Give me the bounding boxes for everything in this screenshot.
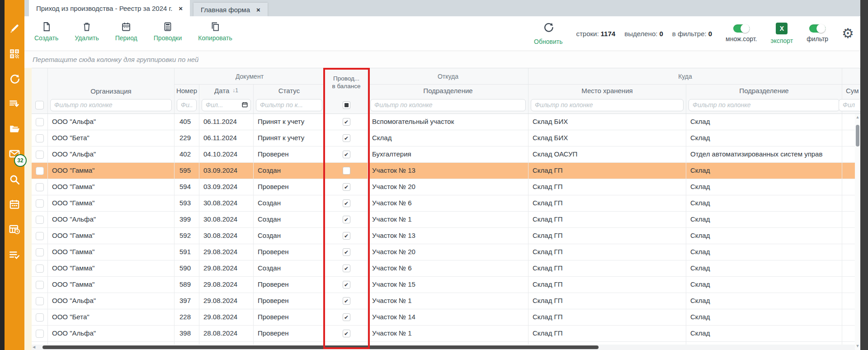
filter-input-date[interactable]: [202, 99, 251, 111]
balance-checkbox[interactable]: ✔: [343, 281, 350, 289]
period-button[interactable]: Период: [115, 16, 137, 51]
column-header-date[interactable]: Дата ↓1: [199, 85, 254, 96]
vertical-scroll-thumb[interactable]: [856, 125, 859, 147]
scroll-down-icon[interactable]: ▼: [855, 344, 860, 348]
column-header-org[interactable]: Организация: [48, 68, 175, 96]
tab-registry[interactable]: Приход из производства - Реестр за 2024 …: [29, 0, 190, 16]
column-header-to-dept[interactable]: Подразделение: [686, 85, 842, 96]
multisort-toggle[interactable]: множ.сорт.: [726, 24, 757, 43]
table-row[interactable]: ООО "Гамма" 592 30.08.2024 Создан ✔ Учас…: [32, 228, 860, 244]
close-icon[interactable]: ×: [179, 5, 183, 12]
filter-input-storage[interactable]: [531, 99, 684, 111]
mail-icon[interactable]: 32: [5, 147, 24, 161]
balance-checkbox[interactable]: ✔: [343, 330, 350, 337]
filter-input-number[interactable]: [177, 99, 197, 111]
column-header-from-dept[interactable]: Подразделение: [368, 85, 528, 96]
balance-checkbox[interactable]: ✔: [343, 232, 350, 240]
table-row[interactable]: ООО "Гамма" 595 03.09.2024 Создан Участо…: [32, 163, 860, 179]
copy-button[interactable]: Копировать: [198, 16, 232, 51]
tab-main-form[interactable]: Главная форма ×: [193, 3, 268, 16]
horizontal-scroll-thumb[interactable]: [42, 345, 599, 349]
balance-checkbox[interactable]: [343, 167, 350, 175]
table-row[interactable]: ООО "Альфа" 398 28.08.2024 Проверен ✔ Уч…: [32, 326, 860, 342]
row-select-checkbox[interactable]: [36, 330, 44, 338]
select-all-checkbox[interactable]: [35, 101, 44, 109]
pencil-icon[interactable]: [5, 22, 24, 35]
row-select-checkbox[interactable]: [36, 265, 44, 273]
balance-checkbox[interactable]: ✔: [343, 216, 350, 223]
column-header-storage[interactable]: Место хранения: [528, 85, 686, 96]
sync-icon[interactable]: [5, 72, 24, 86]
balance-checkbox[interactable]: ✔: [343, 297, 350, 305]
table-row[interactable]: ООО "Гамма" 594 03.09.2024 Проверен ✔ Уч…: [32, 179, 860, 195]
folder-icon[interactable]: [5, 122, 24, 136]
row-select-checkbox[interactable]: [36, 216, 44, 224]
filter-input-from-dept[interactable]: [370, 99, 526, 111]
cell-date: 03.09.2024: [199, 163, 254, 179]
table-row[interactable]: ООО "Гамма" 589 29.08.2024 Проверен ✔ Уч…: [32, 277, 860, 293]
balance-checkbox[interactable]: ✔: [343, 134, 350, 142]
calendar-icon[interactable]: [5, 198, 24, 211]
table-row[interactable]: ООО "Бета" 229 06.11.2024 Принят к учету…: [32, 130, 860, 147]
balance-filter-checkbox[interactable]: [343, 101, 350, 109]
row-select-checkbox[interactable]: [36, 313, 44, 322]
export-button[interactable]: X экспорт: [771, 23, 793, 44]
excel-icon: X: [776, 23, 788, 34]
balance-checkbox[interactable]: ✔: [343, 265, 350, 272]
postings-button[interactable]: Проводки: [154, 16, 182, 51]
report-table-icon[interactable]: [5, 222, 24, 236]
row-select-checkbox[interactable]: [36, 118, 44, 126]
row-select-checkbox[interactable]: [36, 297, 44, 305]
table-row[interactable]: ООО "Альфа" 402 04.10.2024 Проверен ✔ Бу…: [32, 147, 860, 163]
scroll-up-icon[interactable]: ▲: [855, 115, 860, 119]
balance-checkbox[interactable]: ✔: [343, 183, 350, 191]
column-header-balance[interactable]: Провод... в балансе: [325, 68, 368, 96]
table-row[interactable]: ООО "Альфа" 397 29.08.2024 Проверен ✔ Уч…: [32, 293, 860, 309]
table-row[interactable]: ООО "Гамма" 590 29.08.2024 Создан ✔ Учас…: [32, 260, 860, 277]
horizontal-scrollbar[interactable]: ◀: [32, 345, 855, 350]
row-select-checkbox[interactable]: [36, 183, 44, 191]
row-select-checkbox[interactable]: [36, 134, 44, 142]
filter-input-org[interactable]: [50, 99, 172, 111]
search-icon[interactable]: [5, 173, 24, 186]
row-select-checkbox[interactable]: [36, 281, 44, 289]
create-button[interactable]: Создать: [34, 16, 58, 51]
filter-toggle[interactable]: фильтр: [807, 24, 828, 43]
table-row[interactable]: ООО "Гамма" 593 30.08.2024 Создан ✔ Учас…: [32, 195, 860, 212]
table-row[interactable]: ООО "Гамма" 591 29.08.2024 Проверен ✔ Уч…: [32, 244, 860, 260]
filter-input-status[interactable]: [256, 99, 322, 111]
group-by-bar[interactable]: Перетащите сюда колонку для группировки …: [24, 51, 860, 68]
cell-number: 402: [175, 147, 199, 162]
row-select-checkbox[interactable]: [36, 232, 44, 240]
table-row[interactable]: ООО "Альфа" 399 30.08.2024 Создан ✔ Учас…: [32, 212, 860, 228]
column-header-number[interactable]: Номер: [175, 85, 199, 96]
row-select-checkbox[interactable]: [36, 167, 44, 175]
refresh-button[interactable]: Обновить: [534, 22, 562, 45]
toggle-on-icon[interactable]: [809, 24, 826, 33]
scroll-left-icon[interactable]: ◀: [33, 345, 35, 349]
column-header-sum[interactable]: Сум: [842, 85, 860, 96]
filter-input-to-dept[interactable]: [689, 99, 840, 111]
balance-checkbox[interactable]: ✔: [343, 151, 350, 158]
table-row[interactable]: ООО "Альфа" 405 06.11.2024 Принят к учет…: [32, 114, 860, 130]
group-header-to: Куда: [528, 68, 842, 85]
balance-checkbox[interactable]: ✔: [343, 248, 350, 256]
balance-checkbox[interactable]: ✔: [343, 313, 350, 321]
qr-grid-icon[interactable]: [5, 47, 24, 61]
multisort-label: множ.сорт.: [726, 35, 757, 43]
balance-checkbox[interactable]: ✔: [343, 199, 350, 207]
vertical-scrollbar[interactable]: ▲ ▼: [855, 114, 860, 350]
row-select-checkbox[interactable]: [36, 151, 44, 159]
delete-button[interactable]: Удалить: [75, 16, 99, 51]
column-header-status[interactable]: Статус: [254, 85, 325, 96]
gear-icon[interactable]: ⚙: [842, 27, 854, 40]
import-list-icon[interactable]: [5, 97, 24, 111]
balance-checkbox[interactable]: ✔: [343, 118, 350, 126]
row-select-checkbox[interactable]: [36, 199, 44, 208]
toggle-on-icon[interactable]: [733, 24, 750, 33]
sort-asc-indicator: ↓1: [232, 87, 238, 94]
table-row[interactable]: ООО "Бета" 228 29.08.2024 Проверен ✔ Уча…: [32, 309, 860, 326]
row-select-checkbox[interactable]: [36, 248, 44, 256]
close-icon[interactable]: ×: [256, 6, 260, 14]
task-list-icon[interactable]: [5, 248, 24, 261]
